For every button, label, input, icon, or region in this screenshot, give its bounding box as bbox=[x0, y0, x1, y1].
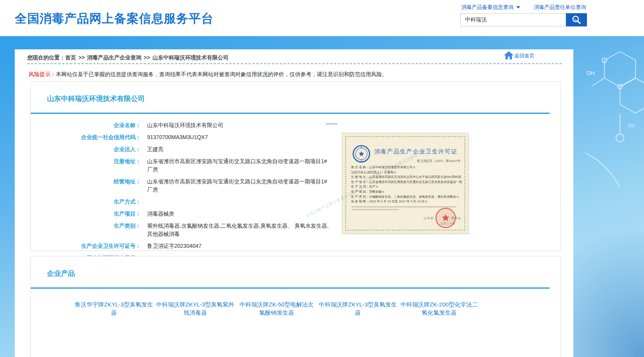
field-value: 山东省潍坊市高新区潍安路与宝通街交叉路口东北角自动变速器一期项目1#厂房 bbox=[147, 157, 330, 174]
fine-print-bar bbox=[352, 209, 399, 210]
site-title: 全国消毒产品网上备案信息服务平台 bbox=[15, 10, 214, 27]
search-button[interactable] bbox=[566, 13, 587, 26]
field-label: 经营地址： bbox=[31, 178, 141, 194]
risk-label: 风险提示： bbox=[29, 71, 56, 77]
field-value: 王建亮 bbox=[147, 145, 163, 153]
field-row-business-address: 经营地址： 山东省潍坊市高新区潍安路与宝通街交叉路口东北角自动变速器一期项目1#… bbox=[31, 178, 561, 194]
nav-link-responsible-unit-query[interactable]: 消毒产品责任单位查询 bbox=[534, 4, 586, 11]
product-link[interactable]: 中科瑞沃牌ZK-50型电解法次氯酸钠发生器 bbox=[237, 300, 316, 317]
field-value: 山东中科瑞沃环境技术有限公司 bbox=[147, 121, 223, 129]
products-card-title: 企业产品 bbox=[31, 256, 561, 278]
breadcrumb-current: 山东中科瑞沃环境技术有限公司 bbox=[153, 54, 229, 61]
background-molecule-decor: OH OH bbox=[573, 36, 644, 215]
certificate-number: 鲁卫消证字（2023）第04047号 bbox=[417, 159, 460, 163]
nav-link-record-info-query-label: 消毒产品备案信息查询 bbox=[461, 4, 514, 10]
products-card: 企业产品 鲁沃华宇牌ZKYL-3型臭氧发生器 中科瑞沃牌ZKYL-3型臭氧紫外线… bbox=[30, 256, 561, 357]
emblem-icon bbox=[352, 145, 370, 163]
certificate-lines: 单 位 名 称：山东中科瑞沃环境技术有限公司※ 法定代表人(或负责人)：王建亮※… bbox=[351, 165, 462, 204]
field-value: 山东省潍坊市高新区潍安路与宝通街交叉路口东北角自动变速器一期项目1#厂房 bbox=[147, 178, 330, 194]
back-home-label: 返回首页 bbox=[514, 52, 535, 59]
search-bar bbox=[460, 13, 587, 26]
field-label: 注册地址： bbox=[31, 157, 141, 174]
field-label: 生产方式： bbox=[31, 198, 141, 206]
title-rule bbox=[31, 113, 550, 114]
field-row-production-category: 生产类别： 紫外线消毒器,次氯酸钠发生器,二氧化氯发生器,臭氧发生器、 臭氧水发… bbox=[31, 222, 561, 238]
breadcrumb-company-query-link[interactable]: 消毒产品生产企业查询 bbox=[87, 54, 141, 61]
header-right: 消毒产品备案信息查询 消毒产品责任单位查询 bbox=[460, 4, 587, 26]
company-fields: 企业名称： 山东中科瑞沃环境技术有限公司 企业统一社会信用代码： 9137070… bbox=[31, 121, 561, 262]
breadcrumb: 您现在的位置：首页>>消毒产品生产企业查询>>山东中科瑞沃环境技术有限公司 返回… bbox=[15, 49, 573, 63]
field-row-production-project: 生产项目： 消毒器械类 bbox=[31, 210, 561, 218]
search-icon bbox=[571, 15, 582, 25]
field-label: 企业法人： bbox=[31, 145, 141, 153]
artifact-dash bbox=[326, 124, 337, 124]
red-seal-icon bbox=[435, 207, 457, 229]
field-value: 紫外线消毒器,次氯酸钠发生器,二氧化氯发生器,臭氧发生器、 臭氧水发生器,其他器… bbox=[147, 222, 330, 238]
certificate-line: 生 产 地 址：山东省潍坊市高新区潍安路与宝通街交叉路口东北角自动变速器一期 bbox=[351, 180, 462, 185]
breadcrumb-home-link[interactable]: 首页 bbox=[65, 54, 76, 61]
certificate-line: 生 产 方 式：生产※ bbox=[351, 185, 462, 190]
back-home-link[interactable]: 返回首页 bbox=[504, 51, 535, 59]
risk-notice: 风险提示：本网站仅基于已掌握的信息提供查询服务，查询结果不代表本网站对被查询对象… bbox=[15, 64, 573, 78]
risk-text: 本网站仅基于已掌握的信息提供查询服务，查询结果不代表本网站对被查询对象信用状况的… bbox=[56, 71, 387, 77]
product-list: 鲁沃华宇牌ZKYL-3型臭氧发生器 中科瑞沃牌ZKYL-3型臭氧紫外线消毒器 中… bbox=[31, 289, 561, 323]
field-label: 生产类别： bbox=[31, 222, 141, 238]
product-link[interactable]: 中科瑞沃牌ZKYL-3型臭氧紫外线消毒器 bbox=[155, 300, 235, 317]
field-label: 生产项目： bbox=[31, 210, 141, 218]
license-certificate-image: 消毒产品生产企业卫生许可证 鲁卫消证字（2023）第04047号 单 位 名 称… bbox=[342, 133, 469, 234]
top-nav: 消毒产品备案信息查询 消毒产品责任单位查询 bbox=[460, 4, 587, 11]
field-row-company-name: 企业名称： 山东中科瑞沃环境技术有限公司 bbox=[31, 121, 561, 129]
field-label: 生产企业卫生许可证号： bbox=[31, 242, 141, 250]
certificate-line: 单 位 名 称：山东中科瑞沃环境技术有限公司※ bbox=[351, 165, 462, 170]
field-value: 91370700MA3M3U1QX7 bbox=[147, 133, 208, 141]
chevron-down-icon bbox=[516, 6, 520, 9]
content-panel: 您现在的位置：首页>>消毒产品生产企业查询>>山东中科瑞沃环境技术有限公司 返回… bbox=[15, 49, 573, 357]
product-link[interactable]: 中科瑞沃牌ZK-200型化学法二氧化氯发生器 bbox=[399, 300, 479, 317]
certificate-line: 生 产 项 目：消毒器械※ bbox=[351, 190, 462, 195]
company-info-card: 山东中科瑞沃环境技术有限公司 企业名称： 山东中科瑞沃环境技术有限公司 企业统一… bbox=[30, 81, 561, 251]
product-link[interactable]: 鲁沃华宇牌ZKYL-3型臭氧发生器 bbox=[74, 300, 154, 317]
nav-link-record-info-query[interactable]: 消毒产品备案信息查询 bbox=[461, 4, 520, 11]
header: 全国消毒产品网上备案信息服务平台 消毒产品备案信息查询 消毒产品责任单位查询 bbox=[0, 0, 644, 36]
field-label: 企业名称： bbox=[31, 121, 141, 129]
field-row-license-number: 生产企业卫生许可证号： 鲁卫消证字202304047 bbox=[31, 242, 561, 250]
company-card-title: 山东中科瑞沃环境技术有限公司 bbox=[31, 82, 561, 103]
field-row-registered-address: 注册地址： 山东省潍坊市高新区潍安路与宝通街交叉路口东北角自动变速器一期项目1#… bbox=[31, 157, 561, 174]
field-label: 企业统一社会信用代码： bbox=[31, 133, 141, 141]
certificate-line: 生 产 类 别：次氯酸钠发生器、二氧化氯发生器、臭氧发生器、紫外线消毒器※ bbox=[351, 195, 462, 200]
issuer-left: 山东省 bbox=[424, 216, 434, 220]
product-link[interactable]: 中科瑞沃牌ZKYL-3型臭氧发生器 bbox=[318, 300, 398, 317]
certificate-line: 法定代表人(或负责人)：王建亮※ bbox=[351, 170, 462, 175]
breadcrumb-separator: >> bbox=[78, 54, 85, 61]
certificate-line: 有 效 期 限：2023 年 9 月 20 日至 2027 年 9 月 19 日… bbox=[351, 199, 462, 204]
molecule-oh-label: OH bbox=[628, 123, 635, 129]
search-input[interactable] bbox=[460, 13, 566, 26]
home-icon bbox=[504, 51, 514, 59]
field-value: 消毒器械类 bbox=[147, 210, 174, 218]
field-row-credit-code: 企业统一社会信用代码： 91370700MA3M3U1QX7 bbox=[31, 133, 561, 141]
field-row-production-mode: 生产方式： bbox=[31, 198, 561, 206]
field-row-legal-person: 企业法人： 王建亮 bbox=[31, 145, 561, 153]
breadcrumb-prefix: 您现在的位置： bbox=[27, 54, 65, 61]
breadcrumb-separator: >> bbox=[144, 54, 150, 61]
certificate-title: 消毒产品生产企业卫生许可证 bbox=[374, 148, 458, 155]
field-value: 鲁卫消证字202304047 bbox=[147, 242, 201, 250]
certificate-line: 注 册 地 址：山东省潍坊高新区玉清东街以北中心次干道以西高新大厦902室科苑 bbox=[351, 175, 462, 180]
molecule-oh-label: OH bbox=[587, 70, 595, 76]
